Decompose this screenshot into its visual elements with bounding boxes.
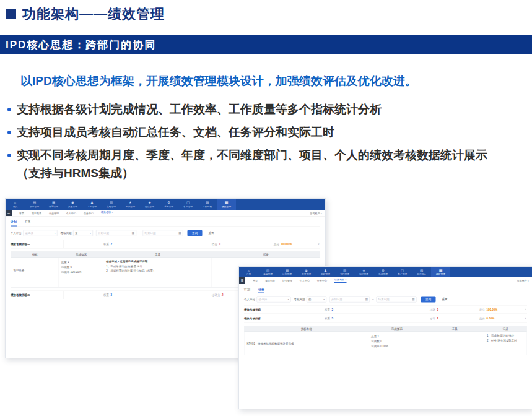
stat-value: 100.00%	[487, 308, 498, 311]
nav-item-plan[interactable]: ▦计划管理	[44, 199, 63, 210]
period-select[interactable]: 全▾	[73, 230, 93, 236]
tab-plan[interactable]: 计划	[11, 220, 17, 227]
topbar-tab-active[interactable]: 绩效考核∨	[101, 210, 113, 215]
hamburger-icon[interactable]: ☰	[239, 277, 245, 284]
nav-item-label: 首页	[246, 273, 251, 276]
tab-plan[interactable]: 计划	[244, 287, 250, 293]
stat-label: 小计分	[212, 293, 220, 297]
topbar-tab[interactable]: 首页	[19, 211, 24, 215]
nav-item-knowledge[interactable]: ★知识管理	[121, 199, 140, 210]
stat-line: 完成数 0	[61, 264, 101, 269]
report-icon: ▧	[206, 201, 209, 204]
table-header: 指标名称 完成情况 工具 记录	[245, 326, 527, 332]
filter-row: 个人评分 请选择▾ 考核周期 全▾ 开始日期▦ – 结束日期▦ 查询 重置	[244, 296, 527, 303]
total-stat: 总分100.00%	[479, 306, 497, 314]
person-icon: ♟	[90, 201, 94, 204]
caret-down-icon: ▾	[288, 298, 289, 301]
filter-select[interactable]: 请选择▾	[257, 297, 291, 303]
tab-task[interactable]: 任务	[25, 220, 31, 227]
customer-icon: ▢	[401, 269, 404, 272]
stat-value: 0	[219, 243, 221, 246]
app-a-navbar: ⌂首页 ▤项目管理 ▦计划管理 ◉质量管理 ♟工时管理 ▥文档管理 ★知识管理 …	[6, 199, 325, 210]
topbar-tab[interactable]: 个人中心	[66, 211, 76, 215]
stat-label: 总分	[479, 308, 485, 311]
topbar-tab[interactable]: 任务中心	[317, 279, 327, 282]
topbar-tab[interactable]: 项目列表	[32, 211, 41, 215]
nav-item-report[interactable]: ▧工作报表	[412, 267, 431, 277]
nav-item-meeting[interactable]: ◈会议管理	[140, 199, 159, 210]
stat-label: 权重	[103, 243, 109, 246]
calendar-icon: ▦	[132, 232, 134, 235]
hamburger-icon[interactable]: ☰	[6, 210, 12, 216]
end-date-input[interactable]: 结束日期▦	[143, 230, 183, 236]
nav-item-project[interactable]: ▤项目管理	[258, 267, 277, 277]
search-button[interactable]: 查询	[188, 230, 203, 236]
nav-item-quality[interactable]: ◉质量管理	[63, 199, 82, 210]
nav-item-document[interactable]: ▥文档管理	[102, 199, 121, 210]
section-banner: IPD核心思想：跨部门的协同	[0, 35, 532, 54]
nav-item-home[interactable]: ⌂首页	[6, 199, 25, 210]
meeting-icon: ◈	[148, 201, 150, 204]
nav-item-label: 工时管理	[87, 205, 97, 208]
calendar-icon: ▦	[412, 298, 414, 301]
stat-line: 完成率 100.00%	[61, 269, 101, 274]
search-button[interactable]: 查询	[421, 297, 436, 303]
column-header: 完成情况	[59, 252, 103, 258]
reset-button[interactable]: 重置	[207, 230, 216, 236]
expand-chevron-icon[interactable]: ∨	[525, 306, 526, 314]
bullet-dot-icon	[7, 154, 11, 157]
nav-item-project[interactable]: ▤项目管理	[25, 199, 44, 210]
nav-item-timesheet[interactable]: ♟工时管理	[316, 267, 335, 277]
topbar-tab[interactable]: 计划管理	[49, 211, 59, 215]
nav-item-document[interactable]: ▥文档管理	[335, 267, 354, 277]
date-placeholder: 开始日期	[331, 297, 342, 301]
indicator-name: 绩效考核指标一	[244, 306, 297, 314]
nav-item-home[interactable]: ⌂首页	[239, 267, 258, 277]
user-menu[interactable]: 当前租户∨	[310, 211, 322, 215]
project-icon: ▤	[33, 201, 36, 204]
nav-item-customer[interactable]: ▢客户管理	[178, 199, 198, 210]
reset-button[interactable]: 重置	[440, 297, 450, 303]
end-date-input[interactable]: 结束日期▦	[377, 297, 417, 303]
topbar-tab[interactable]: 个人中心	[300, 279, 310, 282]
start-date-input[interactable]: 开始日期▦	[329, 297, 370, 303]
nav-item-plan[interactable]: ▦计划管理	[277, 267, 297, 277]
nav-item-system[interactable]: ⚙系统管理	[373, 267, 393, 277]
user-menu[interactable]: 当前用户∨	[517, 279, 529, 282]
nav-item-system[interactable]: ⚙系统管理	[159, 199, 178, 210]
score-stat: 得分0	[212, 240, 220, 248]
nav-item-performance[interactable]: ▦绩效管理	[431, 267, 450, 277]
nav-item-label: 文档管理	[107, 205, 116, 208]
nav-item-customer[interactable]: ▢客户管理	[393, 267, 412, 277]
app-a-topbar: ☰ 首页 项目列表 计划管理 个人中心 任务中心 绩效考核∨ 当前租户∨	[6, 210, 325, 217]
start-date-input[interactable]: 开始日期▦	[96, 230, 136, 236]
filter-row: 个人评分 请选择▾ 考核周期 全▾ 开始日期▦ – 结束日期▦ 查询 重置	[11, 230, 320, 236]
topbar-tab[interactable]: 项目列表	[265, 279, 275, 282]
bullet-text: 实现不同考核周期月度、季度、年度，不同维度部门、项目、个人的绩效考核数据统计展示…	[17, 149, 487, 180]
topbar-tab[interactable]: 任务中心	[84, 211, 94, 215]
score-stat: 小计0	[430, 306, 438, 314]
expand-chevron-icon[interactable]: ∨	[318, 240, 320, 248]
stat-line: 完成率 0.00%	[371, 344, 422, 349]
topbar-tab[interactable]: 首页	[253, 279, 258, 282]
topbar-tab[interactable]: 计划管理	[282, 279, 292, 282]
nav-item-quality[interactable]: ◉质量管理	[297, 267, 316, 277]
weight-stat: 权重3	[325, 314, 333, 323]
nav-item-label: 会议管理	[145, 205, 154, 208]
nav-item-timesheet[interactable]: ♟工时管理	[82, 199, 102, 210]
expand-chevron-icon[interactable]: ∨	[525, 314, 526, 323]
summary-row: 绩效考核指标二 权重3 小计2 总分0.00% ∨	[244, 314, 527, 323]
tab-task[interactable]: 任务	[258, 287, 264, 293]
app-b-navbar: ⌂首页 ▤项目管理 ▦计划管理 ◉质量管理 ♟工时管理 ▥文档管理 ★知识管理 …	[239, 267, 532, 277]
nav-item-label: 绩效管理	[436, 273, 445, 276]
filter-select[interactable]: 请选择▾	[24, 230, 58, 236]
topbar-tab-active[interactable]: 绩效考核∨	[334, 278, 347, 283]
bullet-item: 支持根据各级计划完成情况、工作效率、工作质量等多个指标统计分析	[6, 100, 502, 118]
nav-item-performance[interactable]: ▦绩效管理	[217, 199, 236, 210]
period-select[interactable]: 全▾	[307, 297, 326, 303]
nav-item-report[interactable]: ▧工作报表	[198, 199, 217, 210]
gear-icon: ⚙	[382, 269, 385, 272]
stat-label: 小计	[430, 317, 435, 320]
nav-item-knowledge[interactable]: ★知识管理	[354, 267, 373, 277]
star-icon: ★	[129, 201, 132, 204]
